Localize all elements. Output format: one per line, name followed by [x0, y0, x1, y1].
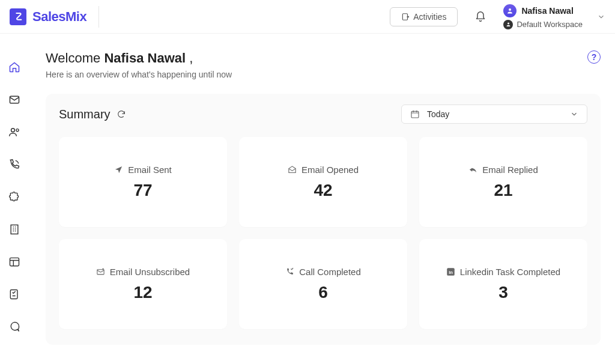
svg-point-4 [11, 129, 15, 132]
user-menu[interactable]: Nafisa Nawal Default Workspace [503, 4, 605, 29]
workspace-name: Default Workspace [517, 20, 583, 29]
sidebar-item-tasks[interactable] [8, 288, 20, 300]
summary-cards: Email Sent 77 Email Opened 42 Email Repl… [59, 137, 587, 329]
send-icon [114, 165, 123, 174]
puzzle-icon [8, 191, 20, 203]
svg-point-1 [509, 8, 511, 11]
linkedin-icon: in [446, 267, 455, 276]
card-call-completed: Call Completed 6 [239, 239, 407, 329]
card-value: 77 [133, 181, 152, 200]
help-button[interactable]: ? [587, 50, 601, 64]
svg-rect-8 [10, 290, 17, 299]
building-icon [8, 223, 20, 235]
sidebar-item-chat[interactable] [8, 321, 20, 333]
card-value: 12 [133, 283, 152, 302]
sidebar-item-calls[interactable] [8, 159, 20, 171]
main-content: Welcome Nafisa Nawal , Here is an overvi… [29, 34, 615, 364]
sidebar-item-contacts[interactable] [8, 126, 20, 138]
sidebar-item-companies[interactable] [8, 223, 20, 235]
summary-title: Summary [59, 108, 111, 121]
card-label: Email Replied [482, 165, 538, 175]
logo[interactable]: SalesMix [10, 6, 99, 28]
logo-text: SalesMix [32, 9, 86, 25]
date-range-label: Today [427, 109, 563, 119]
sidebar-item-mail[interactable] [8, 94, 20, 106]
svg-text:in: in [449, 269, 453, 275]
chat-icon [8, 321, 20, 333]
user-name: Nafisa Nawal [521, 6, 573, 16]
svg-point-5 [16, 129, 19, 132]
summary-panel: Summary Today Email Sent [46, 94, 601, 345]
card-label: Linkedin Task Completed [460, 267, 560, 277]
activities-label: Activities [413, 12, 446, 22]
activities-button[interactable]: Activities [390, 7, 458, 26]
mail-open-icon [288, 165, 297, 174]
svg-rect-6 [11, 225, 18, 234]
card-email-replied: Email Replied 21 [419, 137, 587, 227]
calendar-icon [410, 109, 420, 119]
phone-check-icon [285, 267, 294, 276]
workspace-icon [503, 20, 513, 29]
phone-icon [8, 159, 20, 171]
chevron-down-icon [597, 13, 605, 21]
card-linkedin-task-completed: in Linkedin Task Completed 3 [419, 239, 587, 329]
card-label: Email Opened [301, 165, 359, 175]
notifications-button[interactable] [468, 11, 492, 23]
mail-unsub-icon [96, 267, 105, 276]
card-value: 6 [318, 283, 328, 302]
card-label: Call Completed [299, 267, 361, 277]
reply-icon [468, 165, 477, 174]
svg-rect-7 [10, 258, 19, 265]
card-email-opened: Email Opened 42 [239, 137, 407, 227]
activities-icon [401, 13, 410, 21]
refresh-button[interactable] [117, 109, 126, 119]
sidebar-item-home[interactable] [8, 61, 20, 73]
card-value: 42 [314, 181, 332, 200]
sidebar-item-integrations[interactable] [8, 191, 20, 203]
card-label: Email Sent [128, 165, 172, 175]
refresh-icon [117, 109, 126, 119]
page-title: Welcome Nafisa Nawal , [46, 50, 232, 66]
checklist-icon [8, 288, 20, 300]
svg-rect-9 [411, 111, 419, 118]
card-email-unsubscribed: Email Unsubscribed 12 [59, 239, 227, 329]
avatar [503, 4, 517, 17]
chevron-down-icon [570, 110, 578, 118]
people-icon [8, 126, 20, 138]
date-range-select[interactable]: Today [401, 105, 587, 124]
mail-icon [8, 94, 20, 106]
logo-mark-icon [10, 8, 26, 25]
card-value: 3 [498, 283, 508, 302]
header: SalesMix Activities Nafisa Nawal Default… [0, 0, 615, 34]
svg-point-2 [507, 23, 509, 25]
page-subtitle: Here is an overview of what's happening … [46, 70, 232, 79]
home-icon [8, 61, 20, 73]
card-label: Email Unsubscribed [110, 267, 190, 277]
sidebar-item-templates[interactable] [8, 256, 20, 268]
card-email-sent: Email Sent 77 [59, 137, 227, 227]
svg-rect-0 [403, 13, 408, 20]
card-value: 21 [494, 181, 512, 200]
sidebar [0, 34, 29, 364]
layout-icon [8, 256, 20, 268]
bell-icon [474, 11, 486, 23]
